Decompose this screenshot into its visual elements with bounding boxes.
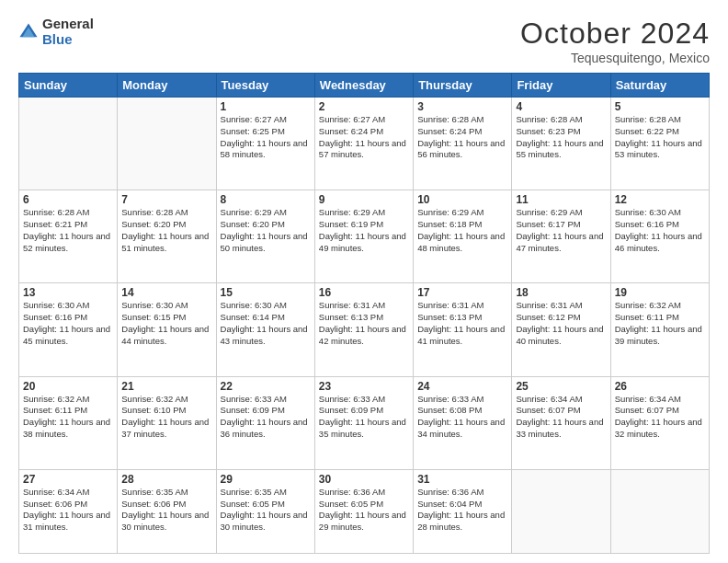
daylight-text: Daylight: 11 hours and 35 minutes. [319, 417, 409, 441]
daylight-text: Daylight: 11 hours and 40 minutes. [516, 324, 606, 348]
table-row: 20Sunrise: 6:32 AMSunset: 6:11 PMDayligh… [19, 376, 118, 469]
table-row: 17Sunrise: 6:31 AMSunset: 6:13 PMDayligh… [414, 283, 512, 376]
sunset-text: Sunset: 6:15 PM [121, 312, 211, 324]
day-number: 23 [319, 380, 409, 393]
sunrise-text: Sunrise: 6:34 AM [516, 394, 606, 406]
table-row: 3Sunrise: 6:28 AMSunset: 6:24 PMDaylight… [414, 98, 512, 190]
sunrise-text: Sunrise: 6:36 AM [417, 487, 507, 499]
sunrise-text: Sunrise: 6:30 AM [23, 300, 113, 312]
table-row: 15Sunrise: 6:30 AMSunset: 6:14 PMDayligh… [216, 283, 314, 376]
day-number: 30 [319, 473, 409, 486]
daylight-text: Daylight: 11 hours and 42 minutes. [319, 324, 409, 348]
table-row: 21Sunrise: 6:32 AMSunset: 6:10 PMDayligh… [118, 376, 216, 469]
daylight-text: Daylight: 11 hours and 30 minutes. [221, 510, 311, 534]
calendar-day-header: Monday [118, 74, 216, 98]
daylight-text: Daylight: 11 hours and 33 minutes. [516, 417, 606, 441]
daylight-text: Daylight: 11 hours and 31 minutes. [23, 510, 113, 534]
table-row: 29Sunrise: 6:35 AMSunset: 6:05 PMDayligh… [216, 469, 314, 553]
sunrise-text: Sunrise: 6:31 AM [417, 300, 507, 312]
calendar-day-header: Friday [512, 74, 610, 98]
sunset-text: Sunset: 6:04 PM [417, 499, 507, 511]
sunrise-text: Sunrise: 6:30 AM [615, 207, 705, 219]
sunrise-text: Sunrise: 6:28 AM [23, 207, 113, 219]
table-row: 24Sunrise: 6:33 AMSunset: 6:08 PMDayligh… [414, 376, 512, 469]
sunrise-text: Sunrise: 6:35 AM [121, 487, 211, 499]
day-number: 22 [221, 380, 311, 393]
day-number: 19 [615, 286, 705, 299]
daylight-text: Daylight: 11 hours and 51 minutes. [121, 231, 211, 255]
logo-icon [18, 22, 39, 42]
sunrise-text: Sunrise: 6:31 AM [516, 300, 606, 312]
day-number: 12 [615, 193, 705, 206]
daylight-text: Daylight: 11 hours and 49 minutes. [319, 231, 409, 255]
sunrise-text: Sunrise: 6:36 AM [319, 487, 409, 499]
sunset-text: Sunset: 6:07 PM [615, 405, 705, 417]
sunrise-text: Sunrise: 6:35 AM [221, 487, 311, 499]
sunrise-text: Sunrise: 6:32 AM [23, 394, 113, 406]
table-row: 1Sunrise: 6:27 AMSunset: 6:25 PMDaylight… [216, 98, 314, 190]
sunset-text: Sunset: 6:17 PM [516, 219, 606, 231]
table-row: 6Sunrise: 6:28 AMSunset: 6:21 PMDaylight… [19, 190, 118, 283]
day-number: 4 [516, 100, 606, 113]
sunrise-text: Sunrise: 6:34 AM [23, 487, 113, 499]
table-row: 30Sunrise: 6:36 AMSunset: 6:05 PMDayligh… [314, 469, 413, 553]
table-row [610, 469, 709, 553]
table-row: 22Sunrise: 6:33 AMSunset: 6:09 PMDayligh… [216, 376, 314, 469]
sunrise-text: Sunrise: 6:28 AM [615, 114, 705, 126]
daylight-text: Daylight: 11 hours and 30 minutes. [121, 510, 211, 534]
sunrise-text: Sunrise: 6:30 AM [121, 300, 211, 312]
sunset-text: Sunset: 6:08 PM [417, 405, 507, 417]
sunset-text: Sunset: 6:20 PM [121, 219, 211, 231]
calendar-table: SundayMondayTuesdayWednesdayThursdayFrid… [18, 73, 710, 554]
calendar-week-row: 13Sunrise: 6:30 AMSunset: 6:16 PMDayligh… [19, 283, 710, 376]
sunset-text: Sunset: 6:06 PM [23, 499, 113, 511]
daylight-text: Daylight: 11 hours and 52 minutes. [23, 231, 113, 255]
sunrise-text: Sunrise: 6:28 AM [121, 207, 211, 219]
sunrise-text: Sunrise: 6:32 AM [121, 394, 211, 406]
sunset-text: Sunset: 6:05 PM [319, 499, 409, 511]
sunrise-text: Sunrise: 6:30 AM [221, 300, 311, 312]
table-row: 16Sunrise: 6:31 AMSunset: 6:13 PMDayligh… [314, 283, 413, 376]
sunset-text: Sunset: 6:13 PM [319, 312, 409, 324]
page: General Blue October 2024 Tequesquitengo… [0, 0, 728, 563]
day-number: 10 [417, 193, 507, 206]
table-row: 2Sunrise: 6:27 AMSunset: 6:24 PMDaylight… [314, 98, 413, 190]
day-number: 15 [221, 286, 311, 299]
table-row [512, 469, 610, 553]
day-number: 29 [221, 473, 311, 486]
day-number: 31 [417, 473, 507, 486]
daylight-text: Daylight: 11 hours and 43 minutes. [221, 324, 311, 348]
table-row: 23Sunrise: 6:33 AMSunset: 6:09 PMDayligh… [314, 376, 413, 469]
sunrise-text: Sunrise: 6:29 AM [221, 207, 311, 219]
day-number: 18 [516, 286, 606, 299]
day-number: 3 [417, 100, 507, 113]
title-block: October 2024 Tequesquitengo, Mexico [520, 17, 710, 65]
day-number: 2 [319, 100, 409, 113]
daylight-text: Daylight: 11 hours and 41 minutes. [417, 324, 507, 348]
daylight-text: Daylight: 11 hours and 36 minutes. [221, 417, 311, 441]
table-row: 11Sunrise: 6:29 AMSunset: 6:17 PMDayligh… [512, 190, 610, 283]
day-number: 17 [417, 286, 507, 299]
day-number: 6 [23, 193, 113, 206]
calendar-day-header: Thursday [414, 74, 512, 98]
location: Tequesquitengo, Mexico [520, 51, 710, 65]
table-row: 31Sunrise: 6:36 AMSunset: 6:04 PMDayligh… [414, 469, 512, 553]
sunrise-text: Sunrise: 6:34 AM [615, 394, 705, 406]
day-number: 16 [319, 286, 409, 299]
sunset-text: Sunset: 6:24 PM [417, 126, 507, 138]
calendar-day-header: Tuesday [216, 74, 314, 98]
table-row: 27Sunrise: 6:34 AMSunset: 6:06 PMDayligh… [19, 469, 118, 553]
table-row: 9Sunrise: 6:29 AMSunset: 6:19 PMDaylight… [314, 190, 413, 283]
daylight-text: Daylight: 11 hours and 28 minutes. [417, 510, 507, 534]
month-title: October 2024 [520, 17, 710, 51]
table-row: 4Sunrise: 6:28 AMSunset: 6:23 PMDaylight… [512, 98, 610, 190]
sunrise-text: Sunrise: 6:28 AM [417, 114, 507, 126]
day-number: 14 [121, 286, 211, 299]
table-row: 7Sunrise: 6:28 AMSunset: 6:20 PMDaylight… [118, 190, 216, 283]
daylight-text: Daylight: 11 hours and 37 minutes. [121, 417, 211, 441]
daylight-text: Daylight: 11 hours and 50 minutes. [221, 231, 311, 255]
daylight-text: Daylight: 11 hours and 53 minutes. [615, 138, 705, 162]
calendar-day-header: Wednesday [314, 74, 413, 98]
day-number: 7 [121, 193, 211, 206]
daylight-text: Daylight: 11 hours and 46 minutes. [615, 231, 705, 255]
